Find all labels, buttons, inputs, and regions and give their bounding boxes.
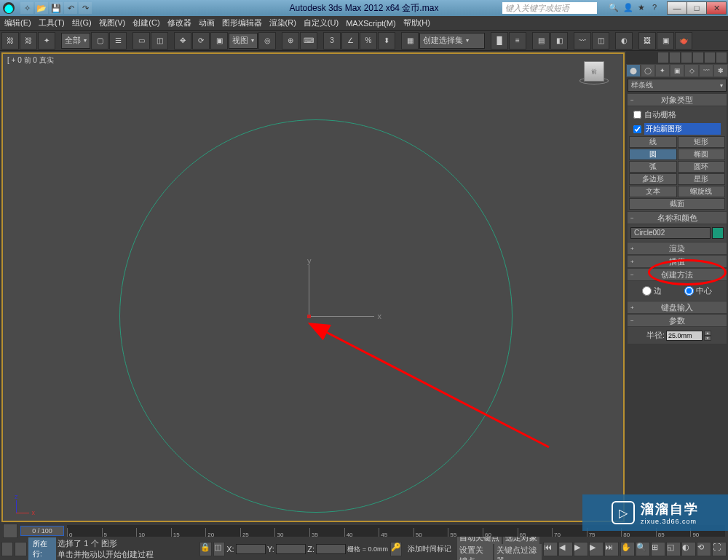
object-color-swatch[interactable] bbox=[712, 227, 724, 239]
help-icon[interactable]: ? bbox=[652, 3, 662, 13]
shape-ellipse-button[interactable]: 椭圆 bbox=[678, 149, 726, 160]
help-panel-icon[interactable] bbox=[716, 52, 727, 63]
next-frame-icon[interactable]: ▶ bbox=[589, 542, 604, 556]
timeline-toggle-icon[interactable] bbox=[3, 524, 17, 538]
start-new-shape-checkbox[interactable]: 开始新图形 bbox=[629, 122, 725, 136]
pan-icon[interactable]: ✋ bbox=[620, 542, 635, 556]
menu-graph[interactable]: 图形编辑器 bbox=[222, 17, 262, 28]
qat-redo-icon[interactable]: ↷ bbox=[79, 2, 92, 14]
rollout-object-type[interactable]: −对象类型 bbox=[628, 94, 727, 106]
ref-coord-dropdown[interactable]: 视图 bbox=[229, 33, 258, 49]
edit-named-icon[interactable]: ▦ bbox=[401, 32, 419, 50]
keyfilter-button[interactable]: 关键点过滤器... bbox=[494, 544, 542, 561]
menu-create[interactable]: 创建(C) bbox=[132, 17, 159, 28]
manipulate-icon[interactable]: ⊕ bbox=[282, 32, 299, 50]
app-icon[interactable]: ⬤ bbox=[3, 2, 15, 14]
zoom-icon[interactable]: 🔍 bbox=[636, 542, 650, 556]
tab-lights-icon[interactable]: ✦ bbox=[656, 65, 669, 76]
menu-modifiers[interactable]: 修改器 bbox=[167, 17, 191, 28]
zoom-extents-icon[interactable]: ◱ bbox=[666, 542, 681, 556]
radio-edge[interactable]: 边 bbox=[642, 285, 662, 296]
qat-undo-icon[interactable]: ↶ bbox=[64, 2, 77, 14]
select-region-icon[interactable]: ▭ bbox=[132, 32, 150, 50]
curve-editor-icon[interactable]: 〰 bbox=[574, 32, 591, 50]
keyboard-shortcut-icon[interactable]: ⌨ bbox=[300, 32, 317, 50]
percent-snap-icon[interactable]: % bbox=[360, 32, 377, 50]
snap-toggle-icon[interactable]: 3 bbox=[323, 32, 341, 50]
window-crossing-icon[interactable]: ◫ bbox=[151, 32, 168, 50]
material-editor-icon[interactable]: ◐ bbox=[615, 32, 633, 50]
coord-z-input[interactable] bbox=[316, 544, 346, 554]
light-icon[interactable] bbox=[658, 52, 668, 63]
bind-icon[interactable]: ✦ bbox=[38, 32, 55, 50]
shape-text-button[interactable]: 文本 bbox=[629, 186, 677, 197]
display-icon[interactable] bbox=[693, 52, 703, 63]
script-mini-icon[interactable] bbox=[1, 542, 13, 556]
menu-render[interactable]: 渲染(R) bbox=[269, 17, 296, 28]
viewport-label[interactable]: [ + 0 前 0 真实 bbox=[7, 55, 54, 66]
rollout-interpolation[interactable]: +插值 bbox=[628, 256, 727, 267]
close-button[interactable]: ✕ bbox=[706, 1, 727, 15]
wrench-icon[interactable] bbox=[670, 52, 680, 63]
lock-selection-icon[interactable]: 🔒 bbox=[199, 542, 211, 556]
menu-animation[interactable]: 动画 bbox=[199, 17, 215, 28]
infocenter-icon[interactable]: 🔍 bbox=[609, 3, 619, 13]
play-icon[interactable]: ▶ bbox=[574, 542, 588, 556]
unlink-icon[interactable]: ⛓ bbox=[20, 32, 37, 50]
render-setup-icon[interactable]: 🖼 bbox=[638, 32, 656, 50]
graphite-icon[interactable]: ◧ bbox=[550, 32, 568, 50]
coord-y-input[interactable] bbox=[276, 544, 306, 554]
utility-icon[interactable] bbox=[705, 52, 715, 63]
tab-systems-icon[interactable]: ✽ bbox=[714, 65, 727, 76]
pivot-icon[interactable]: ◎ bbox=[258, 32, 276, 50]
qat-new-icon[interactable]: ✧ bbox=[20, 2, 33, 14]
viewcube-face[interactable]: 前 bbox=[584, 61, 604, 82]
shape-rectangle-button[interactable]: 矩形 bbox=[678, 136, 726, 148]
rollout-keyboard-entry[interactable]: +键盘输入 bbox=[628, 301, 727, 313]
time-tag-icon[interactable]: 🔑 bbox=[390, 542, 402, 556]
radio-center[interactable]: 中心 bbox=[684, 285, 712, 296]
coord-x-input[interactable] bbox=[236, 544, 266, 554]
schematic-icon[interactable]: ◫ bbox=[592, 32, 609, 50]
rollout-parameters[interactable]: −参数 bbox=[628, 315, 727, 326]
setkey-button[interactable]: 设置关键点 bbox=[457, 544, 493, 561]
menu-edit[interactable]: 编辑(E) bbox=[4, 17, 31, 28]
menu-help[interactable]: 帮助(H) bbox=[403, 17, 430, 28]
layers-icon[interactable]: ▤ bbox=[532, 32, 550, 50]
shape-arc-button[interactable]: 弧 bbox=[629, 161, 677, 173]
search-input[interactable]: 键入关键字或短语 bbox=[502, 2, 597, 14]
rollout-render[interactable]: +渲染 bbox=[628, 242, 727, 254]
favorites-icon[interactable]: ★ bbox=[638, 3, 648, 13]
render-prod-icon[interactable]: 🫖 bbox=[675, 32, 692, 50]
scale-icon[interactable]: ▣ bbox=[210, 32, 228, 50]
select-icon[interactable]: ▢ bbox=[91, 32, 108, 50]
qat-open-icon[interactable]: 📂 bbox=[35, 2, 48, 14]
script-listener-icon[interactable] bbox=[15, 542, 26, 556]
rotate-icon[interactable]: ⟳ bbox=[192, 32, 210, 50]
shape-ngon-button[interactable]: 多边形 bbox=[629, 173, 677, 185]
spinner-snap-icon[interactable]: ⬍ bbox=[378, 32, 395, 50]
align-icon[interactable]: ≡ bbox=[509, 32, 526, 50]
autogrid-checkbox[interactable]: 自动栅格 bbox=[629, 108, 725, 122]
fov-icon[interactable]: ◐ bbox=[681, 542, 696, 556]
tab-cameras-icon[interactable]: ▣ bbox=[670, 65, 684, 76]
shape-section-button[interactable]: 截面 bbox=[629, 198, 725, 210]
shape-circle-button[interactable]: 圆 bbox=[629, 149, 677, 160]
rollout-name-color[interactable]: −名称和颜色 bbox=[628, 212, 727, 224]
shape-donut-button[interactable]: 圆环 bbox=[678, 161, 726, 173]
object-name-input[interactable]: Circle002 bbox=[630, 227, 711, 239]
select-name-icon[interactable]: ☰ bbox=[109, 32, 127, 50]
radius-spinner-buttons[interactable]: ▲▼ bbox=[704, 331, 711, 341]
tab-spacewarps-icon[interactable]: 〰 bbox=[700, 65, 713, 76]
selection-filter-dropdown[interactable]: 全部 bbox=[61, 33, 90, 49]
tab-helpers-icon[interactable]: ◇ bbox=[685, 65, 698, 76]
goto-end-icon[interactable]: ⏭ bbox=[604, 542, 619, 556]
rollout-creation-method[interactable]: −创建方法 bbox=[628, 269, 727, 280]
orbit-icon[interactable]: ⟲ bbox=[697, 542, 711, 556]
rendered-frame-icon[interactable]: ▣ bbox=[657, 32, 674, 50]
qat-save-icon[interactable]: 💾 bbox=[50, 2, 63, 14]
menu-customize[interactable]: 自定义(U) bbox=[304, 17, 339, 28]
mirror-icon[interactable]: ▐▌ bbox=[491, 32, 508, 50]
maximize-viewport-icon[interactable]: ⛶ bbox=[712, 542, 727, 556]
move-icon[interactable]: ✥ bbox=[174, 32, 191, 50]
